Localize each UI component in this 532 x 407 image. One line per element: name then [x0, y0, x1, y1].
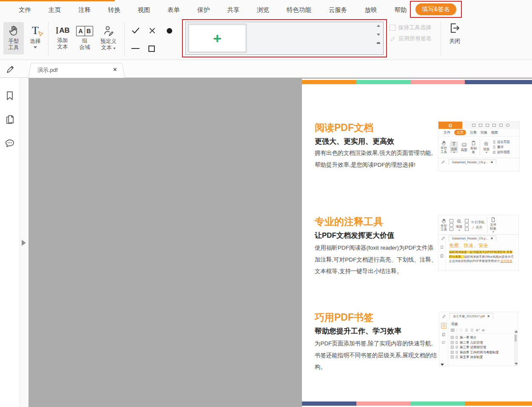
mini-clipboard-tool: 剪贴 板 [470, 140, 477, 154]
document-canvas: 阅读PDF文档 更强大、更实用、更高效 拥有出色的文档渲染效果,强大的页面管理功… [28, 78, 532, 407]
close-tab-icon[interactable]: ✕ [113, 66, 117, 73]
check-icon [131, 26, 141, 36]
scroll-down-icon[interactable] [377, 34, 380, 36]
bookmark-item: 第三章 试用期管理 [451, 345, 518, 350]
square-stamp-button[interactable] [146, 43, 157, 54]
keep-tool-selection-option: 保持工具选择 [390, 24, 431, 31]
close-icon: ✕ [487, 315, 490, 318]
stripe-green [356, 80, 411, 84]
annotation-box-signature-gallery: + [182, 19, 387, 57]
check-stamp-button[interactable] [130, 25, 141, 36]
menu-item-home[interactable]: 主页 [48, 6, 61, 14]
comment-icon [441, 340, 446, 345]
stripe-pink [411, 80, 465, 84]
annotation-box-fill-sign: 填写&签名 [410, 1, 462, 18]
section-title-read: 阅读PDF文档 [315, 121, 373, 134]
screenshot-reader-ui: G 文件 主页 注释 转换 [438, 121, 520, 171]
bookmark-icon [440, 245, 444, 250]
hand-tool-button[interactable]: 手型 工具 [3, 22, 24, 54]
mini-sidebar [438, 242, 446, 270]
bookmark-item: 第五章 休假制度 [451, 355, 518, 360]
document-tab[interactable]: 演示.pdf ✕ [28, 62, 125, 78]
bookmark-item: 第四章 工作时间与考勤制度 [451, 350, 518, 355]
menu-item-cloud[interactable]: 云服务 [329, 6, 347, 14]
screenshot-bookmark-ui: 员工手册_20120917.pdf✕ 书签 [439, 312, 518, 366]
bookmark-tree: 第一章 简介 第二章 入职管理 第三章 试用期管理 第四章 工作时间与考勤制度 … [451, 334, 518, 360]
chevron-down-icon [34, 46, 37, 48]
doc-icon [490, 217, 496, 222]
menu-item-help[interactable]: 帮助 [395, 6, 407, 14]
page-bottom-stripes [302, 401, 532, 406]
menu-item-convert[interactable]: 转换 [108, 6, 120, 14]
mini-annotate-tools: TI 打字机 高亮 [471, 220, 484, 230]
mini-toolbar: 手型 工具 T选择 截图 剪贴 板 缩放 适合页面 重排 旋转视图 [438, 136, 519, 158]
foxit-logo: G [438, 122, 462, 129]
menu-item-slideshow[interactable]: 放映 [365, 6, 377, 14]
mini-menu-row: 文件 主页 注释 转换 视图 [438, 129, 519, 136]
bookmark-item: 第一章 简介 [451, 335, 518, 340]
add-text-button[interactable]: IAB 添加 文本 [51, 22, 74, 54]
font-smaller-icon: A⁻ [482, 328, 486, 332]
undo-icon [506, 124, 509, 127]
cross-icon [148, 26, 156, 35]
square-icon [148, 46, 155, 52]
pages-panel-button[interactable] [4, 114, 15, 125]
mini-tab-row: Datasheet_Reader_CN.p...✕ [438, 158, 519, 166]
menu-item-form[interactable]: 表单 [168, 6, 180, 14]
mini-menu-file: 文件 [444, 130, 450, 135]
comments-panel-button[interactable] [4, 137, 15, 149]
keep-tool-checkbox [390, 25, 395, 31]
page-top-stripes [302, 80, 532, 84]
tab-fill-sign[interactable]: 填写&签名 [415, 3, 456, 15]
dot-icon [167, 28, 172, 34]
menu-item-view[interactable]: 视图 [138, 6, 150, 14]
gallery-scroll-controls [375, 23, 382, 54]
comment-icon [4, 137, 15, 149]
clipboard-icon [471, 140, 476, 146]
mini-scrollbar [514, 330, 517, 366]
cross-stamp-button[interactable] [147, 25, 158, 36]
dot-stamp-button[interactable] [164, 25, 175, 36]
close-fill-sign-button[interactable]: 关闭 [445, 21, 464, 45]
scroll-thumb [515, 335, 517, 342]
menu-item-features[interactable]: 特色功能 [287, 6, 311, 14]
bookmark-panel-title: 书签 [451, 322, 518, 327]
edit-pencil-button[interactable] [5, 64, 15, 74]
pencil-icon [390, 36, 396, 42]
zoom-icon [484, 141, 489, 147]
pencil-icon [441, 236, 445, 240]
hand-tool-label: 手型 工具 [9, 38, 19, 51]
mini-toolbar: 手型 工具 缩放 TI 打字机 [438, 215, 518, 235]
add-signature-tile[interactable]: + [188, 23, 247, 53]
predefined-text-button[interactable]: 预定义 文本 [95, 22, 122, 54]
select-tool-button[interactable]: T 选择 [26, 22, 45, 54]
menu-item-browse[interactable]: 浏览 [257, 6, 269, 14]
combine-fields-icon: AB [76, 26, 93, 36]
document-tab-bar: 演示.pdf ✕ [0, 60, 532, 78]
menu-item-comment[interactable]: 注释 [78, 6, 91, 14]
expand-panel-arrow[interactable] [22, 240, 26, 246]
section-title-bookmark: 巧用PDF书签 [315, 311, 373, 324]
select-icon [449, 219, 453, 222]
menu-item-file[interactable]: 文件 [19, 6, 31, 14]
pdf-page: 阅读PDF文档 更强大、更实用、更高效 拥有出色的文档渲染效果,强大的页面管理功… [302, 79, 532, 407]
bookmarks-panel-button[interactable] [4, 90, 15, 102]
clipboard-icon [449, 228, 453, 231]
section-subtitle-read: 更强大、更实用、更高效 [315, 137, 394, 146]
menu-item-share[interactable]: 共享 [227, 6, 239, 14]
mini-hand-tool: 手型 工具 [441, 140, 447, 154]
section-title-comment: 专业的注释工具 [315, 215, 383, 228]
chevron-down-icon [113, 48, 116, 49]
scroll-up-icon[interactable] [377, 25, 380, 27]
pages-icon [4, 114, 15, 125]
doc-icon [492, 140, 496, 144]
line-stamp-button[interactable] [130, 43, 141, 54]
combine-fields-button[interactable]: AB 组 合域 [75, 22, 94, 54]
expand-gallery-icon[interactable] [377, 43, 380, 52]
signature-gallery: + [185, 22, 384, 55]
pencil-icon [441, 160, 445, 164]
menu-item-protect[interactable]: 保护 [197, 6, 210, 14]
navigation-sidebar [0, 78, 20, 407]
pages-icon [440, 253, 444, 258]
screenshot-comment-ui: 手型 工具 缩放 TI 打字机 [438, 215, 519, 271]
